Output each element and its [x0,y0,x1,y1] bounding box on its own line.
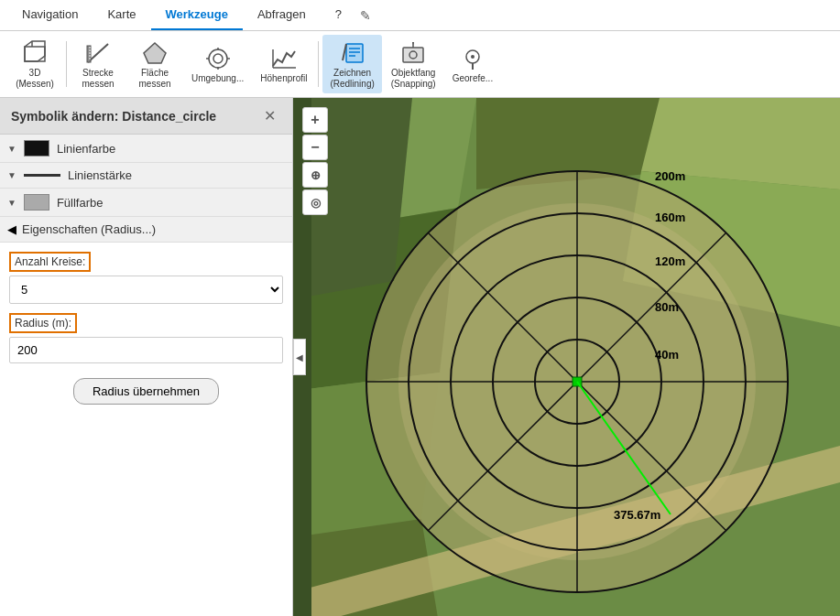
tab-help[interactable]: ? [321,0,356,30]
radius-label: Radius (m): [9,313,77,333]
toolbar-tabs: Navigation Karte Werkzeuge Abfragen ? ✎ [0,0,840,31]
umgebung-label: Umgebung... [191,73,244,84]
svg-marker-10 [144,43,166,63]
linienstärke-section[interactable]: ▼ Linienstärke [0,163,292,189]
svg-rect-4 [87,46,91,62]
toolbar: Navigation Karte Werkzeuge Abfragen ? ✎ … [0,0,840,98]
radius-übernehmen-button[interactable]: Radius übernehmen [73,378,219,405]
flache-icon [140,38,169,68]
edit-icon[interactable]: ✎ [360,8,371,23]
svg-marker-1 [25,41,45,61]
svg-text:120m: 120m [655,254,685,268]
svg-rect-24 [403,48,423,62]
svg-text:80m: 80m [655,300,679,314]
tab-navigation[interactable]: Navigation [7,0,93,30]
tab-werkzeuge[interactable]: Werkzeuge [151,0,243,30]
radius-group: Radius (m): [9,313,283,363]
füllfarbe-preview [24,194,49,211]
georefe-label: Georefe... [453,73,493,84]
objektfang-icon [398,38,428,68]
icon-umgebung[interactable]: Umgebung... [184,40,251,88]
toolbar-icon-row: 3D(Messen) Streckemessen Flächemessen Um… [0,31,840,97]
zoom-in-button[interactable]: + [302,107,328,133]
map-area[interactable]: 200m 160m 120m 80m 40m 375.67m + − ⊕ ◎ ◀ [293,98,840,616]
füllfarbe-arrow: ▼ [7,198,16,208]
separator-2 [318,41,319,87]
strecke-messen-label: Streckemessen [82,68,114,90]
hohenprofil-icon [269,44,299,73]
icon-hohenprofil[interactable]: Höhenprofil [253,40,314,88]
gps-button[interactable]: ◎ [302,189,328,215]
icon-flache-messen[interactable]: Flächemessen [127,35,182,93]
tab-karte[interactable]: Karte [93,0,150,30]
panel-title: Symbolik ändern: Distance_circle [11,109,216,124]
radius-input[interactable] [9,337,283,363]
linienfarbe-color-box [24,140,49,157]
linienfarbe-label: Linienfarbe [57,142,115,156]
svg-rect-0 [25,47,45,61]
svg-text:375.67m: 375.67m [614,508,660,522]
left-panel: Symbolik ändern: Distance_circle ✕ ▼ Lin… [0,98,293,616]
georefe-icon [458,44,487,73]
zoom-extent-button[interactable]: ⊕ [302,162,328,188]
eigenschaften-arrow: ◀ [7,222,16,236]
füllfarbe-label: Füllfarbe [57,196,104,210]
linienstärke-arrow: ▼ [7,170,16,180]
form-area: Anzahl Kreise: 1 2 3 4 5 6 7 8 9 10 Radi… [0,243,292,616]
panel-header: Symbolik ändern: Distance_circle ✕ [0,98,292,135]
svg-text:200m: 200m [655,169,685,183]
svg-point-11 [209,49,227,68]
svg-rect-19 [346,44,363,62]
zeichnen-icon [338,38,367,68]
eigenschaften-section[interactable]: ◀ Eigenschaften (Radius...) [0,217,292,243]
3d-icon [20,38,49,68]
icon-zeichnen[interactable]: Zeichnen(Redlining) [322,35,381,93]
objektfang-label: Objektfang(Snapping) [391,68,436,90]
hohenprofil-label: Höhenprofil [260,73,307,84]
icon-objektfang[interactable]: Objektfang(Snapping) [384,35,443,93]
tab-abfragen[interactable]: Abfragen [243,0,321,30]
strecke-icon [83,38,113,68]
linienfarbe-arrow: ▼ [7,144,16,154]
umgebung-icon [203,44,233,73]
svg-point-30 [471,55,475,59]
anzahl-label: Anzahl Kreise: [9,252,91,272]
flache-messen-label: Flächemessen [138,68,170,90]
icon-3d-messen[interactable]: 3D(Messen) [7,35,62,93]
eigenschaften-label: Eigenschaften (Radius...) [22,222,156,236]
füllfarbe-section[interactable]: ▼ Füllfarbe [0,189,292,217]
svg-point-12 [213,54,223,63]
map-controls: + − ⊕ ◎ [302,107,328,215]
map-svg: 200m 160m 120m 80m 40m 375.67m [293,98,840,616]
icon-strecke-messen[interactable]: Streckemessen [71,35,125,93]
linienstärke-label: Linienstärke [68,168,132,182]
svg-text:40m: 40m [655,348,679,362]
3d-messen-label: 3D(Messen) [16,68,54,90]
svg-text:160m: 160m [655,211,685,224]
anzahl-group: Anzahl Kreise: 1 2 3 4 5 6 7 8 9 10 [9,252,283,304]
linienstärke-preview [24,174,60,177]
zoom-out-button[interactable]: − [302,135,328,160]
zeichnen-label: Zeichnen(Redlining) [330,68,374,90]
linienfarbe-section[interactable]: ▼ Linienfarbe [0,135,292,163]
icon-georefe[interactable]: Georefe... [445,40,500,88]
panel-close-button[interactable]: ✕ [258,105,281,126]
anzahl-select[interactable]: 1 2 3 4 5 6 7 8 9 10 [9,276,283,304]
main-content: Symbolik ändern: Distance_circle ✕ ▼ Lin… [0,98,840,616]
separator-1 [66,41,67,87]
collapse-panel-button[interactable]: ◀ [293,339,306,375]
